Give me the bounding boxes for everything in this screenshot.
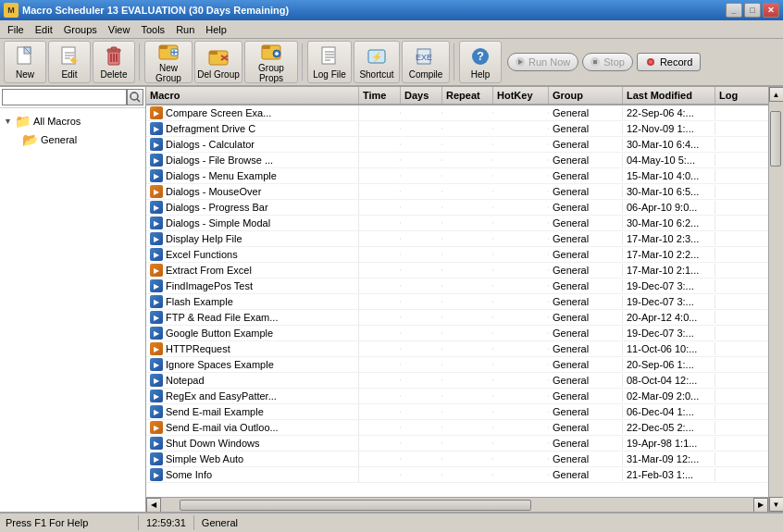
cell-group: General — [549, 405, 623, 418]
cell-time — [359, 143, 401, 145]
cell-hotkey — [493, 348, 549, 350]
col-header-lastmod[interactable]: Last Modified — [623, 87, 715, 104]
macro-icon: ▶ — [150, 106, 163, 119]
cell-group: General — [549, 264, 623, 277]
search-input[interactable] — [2, 89, 127, 105]
minimize-button[interactable]: _ — [726, 3, 742, 18]
table-row[interactable]: ▶ Extract From Excel General 17-Mar-10 2… — [146, 263, 768, 278]
compile-button[interactable]: EXE Compile — [402, 41, 450, 83]
cell-time — [359, 254, 401, 255]
table-row[interactable]: ▶ Dialogs - Menu Example General 15-Mar-… — [146, 168, 768, 184]
v-scroll-up[interactable]: ▲ — [769, 87, 784, 102]
menu-help[interactable]: Help — [200, 22, 232, 37]
shortcut-button[interactable]: ⚡ Shortcut — [354, 41, 400, 83]
cell-log — [715, 269, 743, 271]
macro-icon: ▶ — [150, 185, 163, 198]
cell-days — [401, 269, 442, 271]
table-row[interactable]: ▶ HTTPRequest General 11-Oct-06 10:... — [146, 341, 768, 357]
cell-group: General — [549, 327, 623, 340]
h-scroll-track[interactable] — [161, 499, 753, 512]
close-button[interactable]: ✕ — [763, 3, 779, 18]
group-props-button[interactable]: Group Props — [244, 41, 298, 83]
record-button[interactable]: Record — [637, 53, 701, 71]
delete-icon — [103, 45, 125, 68]
table-row[interactable]: ▶ Send E-mail via Outloo... General 22-D… — [146, 420, 768, 436]
table-row[interactable]: ▶ Compare Screen Exa... General 22-Sep-0… — [146, 105, 768, 121]
menu-edit[interactable]: Edit — [30, 22, 58, 37]
table-row[interactable]: ▶ Defragment Drive C General 12-Nov-09 1… — [146, 121, 768, 137]
search-button[interactable] — [127, 89, 143, 105]
menu-file[interactable]: File — [2, 22, 30, 37]
cell-log — [715, 332, 743, 334]
col-header-log[interactable]: Log — [715, 87, 743, 104]
table-row[interactable]: ▶ Shut Down Windows General 19-Apr-98 1:… — [146, 436, 768, 452]
table-row[interactable]: ▶ Notepad General 08-Oct-04 12:... — [146, 373, 768, 389]
table-row[interactable]: ▶ Ignore Spaces Example General 20-Sep-0… — [146, 357, 768, 373]
col-header-time[interactable]: Time — [359, 87, 401, 104]
table-row[interactable]: ▶ Some Info General 21-Feb-03 1:... — [146, 467, 768, 483]
delete-button[interactable]: Delete — [93, 41, 135, 83]
cell-time — [359, 379, 401, 381]
cell-lastmod: 21-Feb-03 1:... — [623, 468, 715, 481]
menu-run[interactable]: Run — [170, 22, 200, 37]
new-button[interactable]: New — [4, 41, 46, 83]
del-group-button[interactable]: Del Group — [194, 41, 242, 83]
svg-rect-42 — [593, 60, 597, 64]
menu-groups[interactable]: Groups — [58, 22, 103, 37]
table-row[interactable]: ▶ Simple Web Auto General 31-Mar-09 12:.… — [146, 452, 768, 467]
table-row[interactable]: ▶ FindImagePos Test General 19-Dec-07 3:… — [146, 278, 768, 294]
col-header-days[interactable]: Days — [401, 87, 442, 104]
title-bar-controls[interactable]: _ □ ✕ — [726, 3, 779, 18]
folder-icon: 📁 — [15, 114, 31, 129]
help-button[interactable]: ? Help — [459, 41, 502, 83]
toolbar: New Edit Delete New Group Del Group Grou… — [0, 39, 783, 87]
cell-time — [359, 222, 401, 224]
run-now-button[interactable]: Run Now — [507, 53, 578, 71]
cell-repeat — [442, 379, 493, 381]
table-row[interactable]: ▶ Display Help File General 17-Mar-10 2:… — [146, 231, 768, 247]
cell-log — [715, 238, 743, 240]
h-scroll-left[interactable]: ◀ — [146, 498, 161, 513]
edit-button[interactable]: Edit — [48, 41, 91, 83]
table-row[interactable]: ▶ Dialogs - MouseOver General 30-Mar-10 … — [146, 184, 768, 200]
v-scroll-track[interactable] — [770, 102, 783, 497]
tree-all-macros[interactable]: ▼ 📁 All Macros — [2, 112, 143, 130]
menu-tools[interactable]: Tools — [135, 22, 170, 37]
table-row[interactable]: ▶ Dialogs - Simple Modal General 30-Mar-… — [146, 216, 768, 231]
table-row[interactable]: ▶ Flash Example General 19-Dec-07 3:... — [146, 294, 768, 310]
h-scroll-right[interactable]: ▶ — [753, 498, 768, 513]
v-scrollbar[interactable]: ▲ ▼ — [768, 87, 783, 512]
tree-general[interactable]: 📂 General — [2, 130, 143, 149]
tree-child-label: General — [41, 134, 77, 145]
col-header-macro[interactable]: Macro — [146, 87, 359, 104]
table-row[interactable]: ▶ FTP & Read File Exam... General 20-Apr… — [146, 310, 768, 326]
maximize-button[interactable]: □ — [744, 3, 761, 18]
log-file-button[interactable]: Log File — [307, 41, 352, 83]
col-header-hotkey[interactable]: HotKey — [493, 87, 549, 104]
cell-lastmod: 12-Nov-09 1:... — [623, 122, 715, 135]
cell-group: General — [549, 468, 623, 481]
table-row[interactable]: ▶ Send E-mail Example General 06-Dec-04 … — [146, 404, 768, 420]
cell-repeat — [442, 206, 493, 208]
v-scroll-down[interactable]: ▼ — [769, 497, 784, 512]
v-scroll-thumb[interactable] — [770, 111, 781, 167]
table-row[interactable]: ▶ Dialogs - Progress Bar General 06-Apr-… — [146, 200, 768, 216]
cell-group: General — [549, 452, 623, 465]
stop-button[interactable]: Stop — [582, 53, 633, 71]
new-icon — [14, 45, 36, 68]
col-header-repeat[interactable]: Repeat — [442, 87, 493, 104]
h-scrollbar[interactable]: ◀ ▶ — [146, 497, 768, 512]
new-group-button[interactable]: New Group — [144, 41, 193, 83]
cell-hotkey — [493, 206, 549, 208]
svg-text:?: ? — [477, 49, 484, 63]
table-row[interactable]: ▶ RegEx and EasyPatter... General 02-Mar… — [146, 389, 768, 404]
table-row[interactable]: ▶ Google Button Example General 19-Dec-0… — [146, 326, 768, 341]
menu-view[interactable]: View — [103, 22, 136, 37]
h-scroll-thumb[interactable] — [180, 500, 531, 511]
cell-group: General — [549, 279, 623, 292]
col-header-group[interactable]: Group — [549, 87, 623, 104]
table-row[interactable]: ▶ Excel Functions General 17-Mar-10 2:2.… — [146, 247, 768, 263]
cell-time — [359, 395, 401, 397]
table-row[interactable]: ▶ Dialogs - File Browse ... General 04-M… — [146, 153, 768, 168]
table-row[interactable]: ▶ Dialogs - Calculator General 30-Mar-10… — [146, 137, 768, 153]
